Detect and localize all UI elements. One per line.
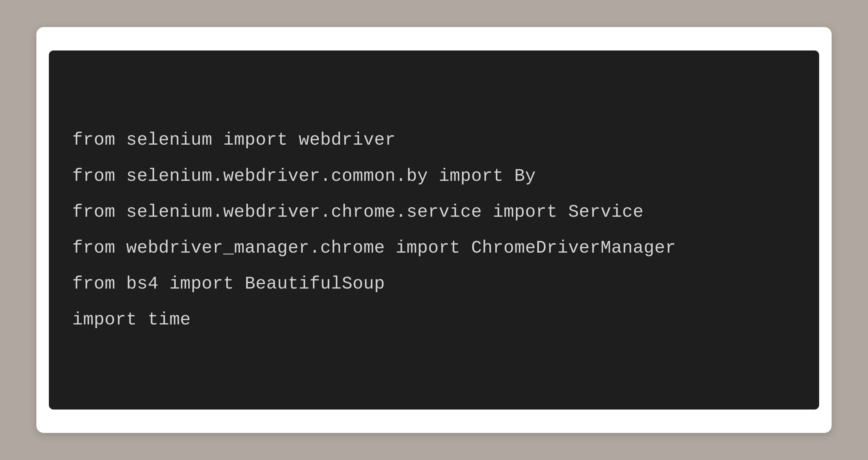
code-block: from selenium import webdriver from sele… [49, 51, 819, 409]
code-line-2: from selenium.webdriver.common.by import… [72, 166, 796, 186]
outer-card: from selenium import webdriver from sele… [36, 27, 832, 433]
code-line-6: import time [72, 310, 796, 330]
code-line-5: from bs4 import BeautifulSoup [72, 274, 796, 294]
code-line-4: from webdriver_manager.chrome import Chr… [72, 238, 796, 258]
code-line-3: from selenium.webdriver.chrome.service i… [72, 202, 796, 222]
code-line-1: from selenium import webdriver [72, 130, 796, 150]
